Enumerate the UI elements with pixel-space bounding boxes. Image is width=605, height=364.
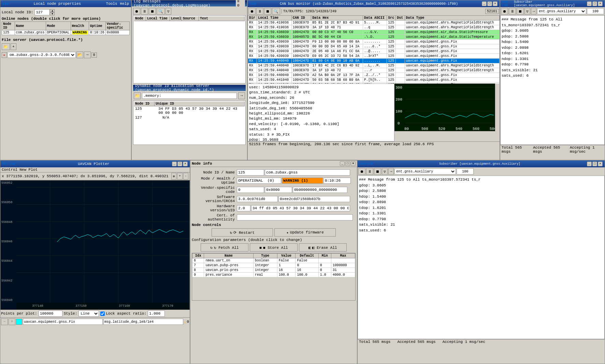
sub-win-close[interactable]: × xyxy=(598,1,603,6)
lock-aspect-checkbox[interactable]: Lock aspect ratio: xyxy=(100,312,146,316)
can-win-close[interactable]: × xyxy=(493,1,498,6)
can-table-row[interactable]: RX14:25:59.4360391004057DBE 5C 00 44 C0.… xyxy=(248,35,500,40)
can-table-row[interactable]: RX14:25:59.4410401004247D50 03 5B 68 5B … xyxy=(248,78,500,82)
param-row[interactable]: 8uavcan.prio-presinteger1616031 xyxy=(192,268,355,273)
sub-bottom-status-bar: Total 565 msgs Accepted 565 msgs Accepti… xyxy=(358,339,605,344)
param-row[interactable]: 6nmea.uart_onbooleanFalseFalse xyxy=(192,258,355,263)
can-table-row[interactable]: RX14:25:59.4390391004247D2E 05 40 1A A6 … xyxy=(248,49,500,54)
col-mode: Mode xyxy=(46,22,71,30)
ni-win-min[interactable]: _ xyxy=(340,161,345,166)
plot-field-input[interactable] xyxy=(103,319,183,325)
dyn-memory-input[interactable] xyxy=(142,93,237,99)
can-win-min[interactable]: _ xyxy=(482,1,487,6)
plotter-win-max[interactable]: □ xyxy=(177,162,182,166)
node-id-spinner[interactable]: ▲ ▼ xyxy=(50,9,55,15)
store-all-btn[interactable]: ◼ ◼ Store All xyxy=(250,243,298,252)
can-pause-btn[interactable]: ⏸ xyxy=(256,8,263,15)
can-table-row[interactable]: RX14:25:59.4400401004247DB1 80 C4 9E 90 … xyxy=(248,59,500,63)
param-row[interactable]: 7uavcan.pubp-presinteger1001000000 xyxy=(192,263,355,268)
spin-up[interactable]: ▲ xyxy=(50,9,55,12)
can-table-row[interactable]: RX14:25:59.4360391004247D00 80 C3 47 40 … xyxy=(248,30,500,35)
sub-win-min[interactable]: _ xyxy=(587,1,592,6)
can-win-max[interactable]: □ xyxy=(487,1,492,6)
sub-count-input[interactable] xyxy=(587,8,604,14)
sub-filter-btn[interactable]: ▽ xyxy=(524,8,530,15)
can-logo: CAN xyxy=(250,2,256,6)
log-search-btn[interactable]: 🔍 xyxy=(157,8,165,15)
sub-b-win-max[interactable]: □ xyxy=(592,162,597,166)
plot-area[interactable]: 556052 556050 556048 556046 556044 55604… xyxy=(0,180,190,310)
can-table-row[interactable]: RX14:25:59.4390391004247DF9 13 00 00 00 … xyxy=(248,40,500,44)
ni-win-max[interactable]: □ xyxy=(345,161,350,166)
can-table-row[interactable]: RX14:25:59.4400401004247DA2 5A B0 0A 2F … xyxy=(248,73,500,78)
file-remove-btn[interactable]: ✕ xyxy=(2,52,7,58)
sub-b-filter-btn[interactable]: ▽ xyxy=(382,168,388,175)
sub-b-pause-btn[interactable]: ⏸ xyxy=(366,168,373,175)
ni-win-close[interactable]: × xyxy=(351,161,356,166)
can-search-btn[interactable]: 🔍 xyxy=(272,8,280,15)
file-server-add-btn[interactable]: 📁 xyxy=(2,43,10,50)
sub-b-arrow-btn[interactable]: → xyxy=(388,168,394,175)
plotter-zoom-in[interactable]: + xyxy=(177,173,182,180)
y-label-3: 556048 xyxy=(1,221,15,224)
node-info-content: Node ID / Name Mode / Health / Uptime Ve… xyxy=(190,167,357,302)
sub-record-btn[interactable]: ⏺ xyxy=(501,8,508,15)
plot-color-btn[interactable] xyxy=(16,319,22,325)
remove-plot-btn[interactable]: − xyxy=(1,318,8,325)
restart-btn[interactable]: ↻ ⟳ Restart xyxy=(212,228,273,237)
file-select[interactable]: om.zubax.gnss-2.0-3.0.fc69b53.uavcan.bin xyxy=(8,52,76,58)
aspect-input[interactable] xyxy=(148,310,165,317)
can-table-row[interactable]: RX14:25:59.4190361003E97D3A 1F 1D 48 71.… xyxy=(248,25,500,30)
points-input[interactable] xyxy=(39,310,62,317)
plotter-win-close[interactable]: × xyxy=(183,162,188,166)
log-record-btn[interactable]: ⏺ xyxy=(133,8,140,15)
plotter-zoom-out[interactable]: - xyxy=(183,173,188,180)
param-row[interactable]: 9pres.variancereal100.0100.01.04000.0 xyxy=(192,273,355,277)
can-table-row[interactable]: RX14:25:59.4390391004247DE0 05 2C 33 72 … xyxy=(248,54,500,59)
fetch-all-btn[interactable]: ↻ ↻ Fetch All xyxy=(201,243,248,252)
can-stop-btn[interactable]: ⏹ xyxy=(264,8,271,15)
update-fw-btn[interactable]: ✦ Update firmware xyxy=(274,228,336,237)
table-row[interactable]: 125 com.zubax.gnss OPERATIONAL WARNING 0… xyxy=(2,30,130,35)
dyn-dir-btn[interactable]: 📁 xyxy=(134,92,141,99)
sub-win-max[interactable]: □ xyxy=(592,1,597,6)
ni-node-name-input[interactable] xyxy=(265,169,350,176)
log-pause-btn[interactable]: ⏸ xyxy=(141,8,148,15)
file-server-plus-btn[interactable]: + xyxy=(11,43,16,50)
dyn-send-btn[interactable]: → xyxy=(238,92,245,99)
file-send-btn[interactable]: → xyxy=(84,51,91,58)
can-table-row[interactable]: RX14:25:59.4390391004247D00 00 DD D4 65 … xyxy=(248,44,500,49)
can-record-btn[interactable]: ⏺ xyxy=(248,8,256,15)
can-table-row[interactable]: RX14:25:59.4400401003E97D3A 1F 1D 48 72.… xyxy=(248,68,500,73)
plotter-zoom-fit[interactable]: ⊞ xyxy=(171,173,176,180)
param-col-default: Default xyxy=(296,254,318,258)
sub-pause-btn[interactable]: ⏸ xyxy=(509,8,516,15)
sub-b-win-close[interactable]: × xyxy=(598,162,603,166)
spin-down[interactable]: ▼ xyxy=(50,12,55,15)
sub-b-stop-btn[interactable]: ⏹ xyxy=(374,168,381,175)
can-table-row[interactable]: RX14:25:59.4400401003E97D17 B3 4C 2C C6 … xyxy=(248,63,500,68)
sub-b-count-input[interactable] xyxy=(457,168,474,175)
file-browse-btn[interactable]: 📂 xyxy=(76,51,83,58)
plotter-win-min[interactable]: _ xyxy=(172,162,177,166)
log-stop-btn[interactable]: ⏹ xyxy=(149,8,156,15)
sub-topic-select[interactable]: ent.gnss.Auxiliary xyxy=(537,8,586,14)
plotter-menu-new-plot[interactable]: New Plot xyxy=(19,168,38,172)
style-select[interactable]: Line xyxy=(78,310,99,317)
plot-topic-input[interactable] xyxy=(23,319,103,325)
sub-arrow-btn[interactable]: → xyxy=(531,8,537,15)
log-filter-btn[interactable]: ▽ xyxy=(165,8,171,15)
sub-b-record-btn[interactable]: ⏺ xyxy=(358,168,365,175)
erase-all-btn[interactable]: ◧ ◧ Erase All xyxy=(299,243,347,252)
can-table-row[interactable]: RX14:25:59.4190361003E97DB5 B1 2E 2C B7 … xyxy=(248,20,500,25)
sub-stop-btn[interactable]: ⏹ xyxy=(517,8,524,15)
plotter-menu-control[interactable]: Control xyxy=(2,168,17,172)
sub-b-topic-select[interactable]: ent.gnss.Auxiliary xyxy=(394,168,456,175)
tools-menu[interactable]: Tools xyxy=(106,2,117,6)
lock-aspect-check[interactable] xyxy=(100,312,105,316)
sub-b-win-min[interactable]: _ xyxy=(587,162,592,166)
ni-node-id-input[interactable] xyxy=(237,169,264,176)
add-plot-btn[interactable]: + xyxy=(9,318,15,325)
node-id-input[interactable] xyxy=(34,9,50,15)
help-menu[interactable]: Help xyxy=(120,2,129,6)
